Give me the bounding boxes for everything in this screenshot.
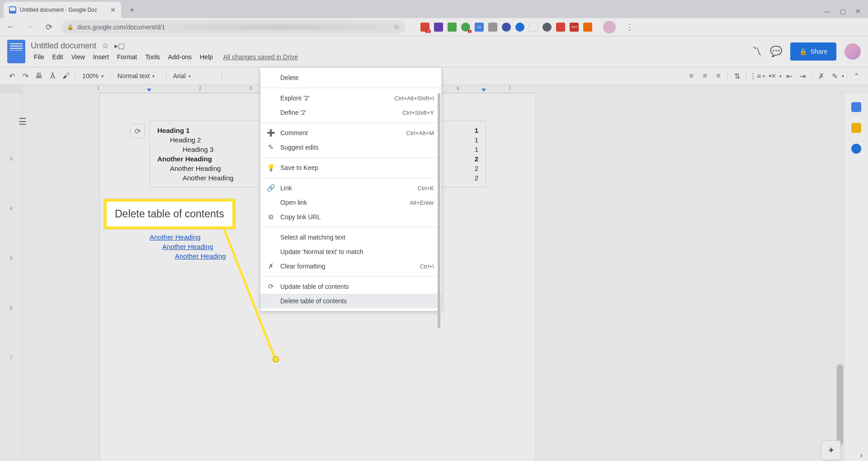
save-status[interactable]: All changes saved in Drive (223, 53, 298, 61)
extension-icon[interactable] (488, 23, 497, 32)
extension-icon[interactable] (583, 23, 592, 32)
align-right-button[interactable]: ≡ (712, 70, 725, 82)
bookmark-star-icon[interactable]: ☆ (393, 23, 400, 31)
star-icon[interactable]: ☆ (102, 41, 109, 51)
close-window-button[interactable]: ✕ (855, 8, 861, 14)
menu-file[interactable]: File (31, 52, 47, 62)
toc-refresh-button[interactable]: ⟳ (130, 124, 145, 138)
ctx-clear-formatting[interactable]: ✗ Clear formatting Ctrl+\ (260, 259, 441, 273)
extension-icon[interactable] (515, 23, 524, 32)
extension-icon[interactable] (556, 23, 565, 32)
explore-button[interactable]: ✦ (821, 440, 841, 460)
docs-logo-icon[interactable] (7, 40, 25, 63)
extension-icon[interactable]: 242 (570, 23, 579, 32)
ctx-save-to-keep[interactable]: 💡 Save to Keep (260, 160, 441, 175)
ctx-suggest-edits[interactable]: ✎ Suggest edits (260, 140, 441, 155)
user-avatar[interactable] (844, 43, 861, 60)
ctx-select-matching[interactable]: Select all matching text (260, 230, 441, 245)
collapse-toolbar-button[interactable]: ⌃ (850, 70, 863, 82)
suggest-icon: ✎ (267, 143, 275, 151)
tab-close-icon[interactable]: ✕ (110, 6, 116, 14)
extension-icon[interactable]: 11 (420, 23, 429, 32)
comment-icon: ➕ (267, 129, 275, 137)
ctx-open-link[interactable]: Open link Alt+Enter (260, 195, 441, 210)
page-scrollbar[interactable] (837, 188, 843, 461)
line-spacing-button[interactable]: ⇅ (731, 70, 743, 82)
menu-edit[interactable]: Edit (49, 52, 66, 62)
redo-button[interactable]: ↷ (19, 70, 32, 82)
ctx-copy-link[interactable]: ⧉ Copy link URL (260, 210, 441, 224)
document-title[interactable]: Untitled document (31, 41, 96, 51)
new-tab-button[interactable]: + (126, 4, 138, 16)
extension-icon[interactable] (434, 23, 443, 32)
print-button[interactable]: 🖶 (33, 70, 45, 82)
ctx-explore[interactable]: Explore '2' Ctrl+Alt+Shift+I (260, 91, 441, 105)
minimize-button[interactable]: — (824, 8, 830, 14)
style-dropdown[interactable]: Normal text▾ (113, 70, 163, 82)
menu-insert[interactable]: Insert (90, 52, 112, 62)
indent-decrease-button[interactable]: ⇤ (783, 70, 795, 82)
clear-format-button[interactable]: ✗ (815, 70, 827, 82)
zoom-dropdown[interactable]: 100%▾ (78, 70, 108, 82)
indent-increase-button[interactable]: ⇥ (796, 70, 809, 82)
menu-addons[interactable]: Add-ons (165, 52, 195, 62)
context-menu-scrollbar[interactable] (438, 93, 440, 328)
refresh-icon: ⟳ (267, 282, 275, 291)
menu-bar: File Edit View Insert Format Tools Add-o… (31, 52, 298, 62)
reload-button[interactable]: ⟳ (42, 22, 55, 32)
side-panel-expand-icon[interactable]: › (860, 451, 863, 460)
lock-icon: 🔒 (67, 24, 74, 30)
bulleted-list-button[interactable]: •≡ (766, 70, 778, 82)
heading-link[interactable]: Another Heading (162, 243, 213, 250)
scrollbar-thumb[interactable] (837, 364, 843, 446)
docs-header: Untitled document ☆ ▸▢ File Edit View In… (0, 36, 868, 67)
menu-tools[interactable]: Tools (142, 52, 163, 62)
move-icon[interactable]: ▸▢ (114, 42, 125, 50)
undo-button[interactable]: ↶ (5, 70, 18, 82)
ctx-delete-toc[interactable]: Delete table of contents (260, 294, 441, 308)
spellcheck-button[interactable]: Ǎ (46, 70, 59, 82)
menu-view[interactable]: View (68, 52, 88, 62)
align-left-button[interactable]: ≡ (685, 70, 698, 82)
keep-icon[interactable] (851, 123, 861, 133)
ctx-delete[interactable]: Delete (260, 71, 441, 85)
extension-icon[interactable]: 2d (475, 23, 484, 32)
menu-format[interactable]: Format (114, 52, 140, 62)
numbered-list-button[interactable]: ⋮≡ (749, 70, 762, 82)
browser-tab[interactable]: Untitled document - Google Doc ✕ (4, 2, 121, 18)
profile-avatar[interactable] (603, 21, 616, 33)
back-button[interactable]: ← (5, 22, 17, 32)
share-button[interactable]: 🔒 Share (790, 42, 836, 61)
heading-link[interactable]: Another Heading (150, 233, 201, 241)
forward-button[interactable]: → (24, 22, 36, 32)
tasks-icon[interactable] (851, 144, 861, 154)
comments-icon[interactable]: 💬 (770, 46, 782, 57)
ctx-comment[interactable]: ➕ Comment Ctrl+Alt+M (260, 126, 441, 140)
lock-icon: 🔒 (799, 48, 807, 55)
extension-icon[interactable]: 1 (461, 23, 470, 32)
vertical-ruler[interactable]: 3 4 5 6 7 (0, 93, 23, 461)
paint-format-button[interactable]: 🖌 (60, 70, 72, 82)
editing-mode-button[interactable]: ✎ (828, 70, 841, 82)
ctx-link[interactable]: 🔗 Link Ctrl+K (260, 181, 441, 195)
browser-menu-icon[interactable]: ⋮ (622, 22, 637, 32)
extension-icon[interactable] (448, 23, 457, 32)
ctx-define[interactable]: Define '2' Ctrl+Shift+Y (260, 105, 441, 120)
activity-icon[interactable]: 〽 (752, 46, 762, 57)
ctx-update-style[interactable]: Update 'Normal text' to match (260, 245, 441, 259)
font-dropdown[interactable]: Arial▾ (169, 70, 219, 82)
address-bar[interactable]: 🔒 docs.google.com/document/d/1 ☆ (61, 20, 405, 34)
calendar-icon[interactable] (851, 102, 861, 112)
ctx-update-toc[interactable]: ⟳ Update table of contents (260, 279, 441, 294)
extension-icon[interactable]: + (529, 23, 538, 32)
align-center-button[interactable]: ≡ (698, 70, 711, 82)
menu-help[interactable]: Help (197, 52, 216, 62)
extension-icon[interactable] (542, 23, 552, 32)
extension-icon[interactable] (502, 23, 511, 32)
tab-title: Untitled document - Google Doc (20, 7, 107, 13)
outline-toggle-icon[interactable]: ☰ (16, 115, 29, 128)
docs-favicon (9, 6, 16, 14)
browser-nav-bar: ← → ⟳ 🔒 docs.google.com/document/d/1 ☆ 1… (0, 18, 868, 36)
heading-link[interactable]: Another Heading (175, 252, 226, 260)
maximize-button[interactable]: ▢ (840, 8, 846, 14)
